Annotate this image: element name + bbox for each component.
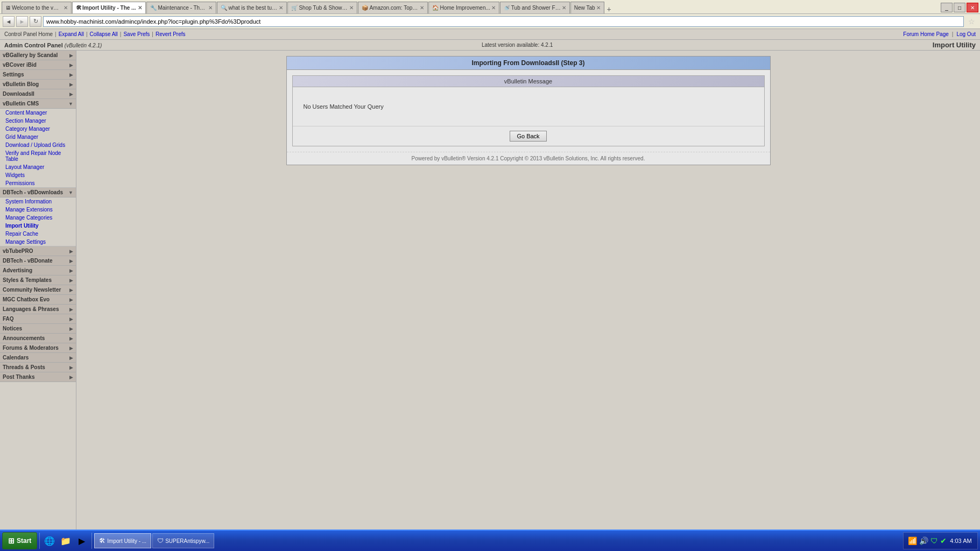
tab-home-close[interactable]: ✕ [491, 5, 496, 11]
browser-window: 🖥 Welcome to the vBu... ✕ 🛠 Import Utili… [0, 0, 980, 551]
sidebar-header-forums[interactable]: Forums & Moderators ▶ [0, 343, 76, 353]
expand-all-link[interactable]: Expand All [59, 31, 84, 37]
expand-icon-faq: ▶ [69, 316, 73, 322]
address-bar[interactable] [43, 16, 964, 27]
nav-refresh-button[interactable]: ↻ [30, 16, 41, 27]
sidebar-item-category-manager[interactable]: Category Manager [0, 125, 76, 133]
tab-welcome[interactable]: 🖥 Welcome to the vBu... ✕ [2, 2, 72, 13]
sidebar-header-announcements[interactable]: Announcements ▶ [0, 334, 76, 343]
sidebar-item-repair-cache[interactable]: Repair Cache [0, 230, 76, 238]
taskbar-folder-icon[interactable]: 📁 [58, 533, 73, 548]
content-area: Importing From DownloadsII (Step 3) vBul… [76, 51, 980, 551]
sidebar-header-notices[interactable]: Notices ▶ [0, 324, 76, 334]
sidebar-item-verify-repair[interactable]: Verify and Repair Node Table [0, 149, 76, 163]
tab-import-utility[interactable]: 🛠 Import Utility - The ... ✕ [72, 2, 146, 13]
sidebar-header-faq[interactable]: FAQ ▶ [0, 314, 76, 324]
taskbar-btn-antispyware[interactable]: 🛡 SUPERAntispyw... [152, 533, 214, 548]
start-icon: ⊞ [8, 536, 15, 545]
tab-amazon-close[interactable]: ✕ [420, 5, 424, 11]
tab-home-title: Home Improvemen... [440, 5, 490, 11]
sidebar-item-system-info[interactable]: System Information [0, 197, 76, 206]
taskbar-media-icon[interactable]: ▶ [74, 533, 89, 548]
tab-maintenance[interactable]: 🔧 Maintenance - The H... ✕ [146, 2, 216, 13]
sidebar-header-vbtubeprp[interactable]: vbTubePRO ▶ [0, 246, 76, 256]
nav-back-button[interactable]: ◄ [3, 16, 15, 27]
sidebar-header-mgc[interactable]: MGC Chatbox Evo ▶ [0, 295, 76, 305]
expand-icon-post-thanks: ▶ [69, 375, 73, 380]
sidebar-item-manage-categories[interactable]: Manage Categories [0, 214, 76, 222]
tab-import-close[interactable]: ✕ [138, 5, 142, 11]
sidebar-item-layout-manager[interactable]: Layout Manager [0, 163, 76, 171]
tab-what-close[interactable]: ✕ [279, 5, 283, 11]
sidebar-item-permissions[interactable]: Permissions [0, 179, 76, 188]
tab-new-close[interactable]: ✕ [596, 5, 601, 11]
tab-home-improvement[interactable]: 🏠 Home Improvemen... ✕ [428, 2, 499, 13]
sidebar-header-settings[interactable]: Settings ▶ [0, 70, 76, 80]
save-prefs-link[interactable]: Save Prefs [123, 31, 150, 37]
sidebar-section-announcements: Announcements ▶ [0, 334, 76, 343]
expand-icon-blog: ▶ [69, 82, 73, 87]
expand-icon-notices: ▶ [69, 326, 73, 331]
sidebar-header-cms[interactable]: vBulletin CMS ▼ [0, 99, 76, 109]
tab-maintenance-title: Maintenance - The H... [158, 5, 207, 11]
sidebar-item-widgets[interactable]: Widgets [0, 171, 76, 179]
log-out-link[interactable]: Log Out [956, 31, 976, 37]
tab-new-title: New Tab [574, 5, 595, 11]
sidebar-header-post-thanks[interactable]: Post Thanks ▶ [0, 372, 76, 382]
tab-import-title: Import Utility - The ... [82, 5, 136, 11]
main-layout: vBGallery by Scandal ▶ vBCover iBid ▶ Se… [0, 51, 980, 551]
tab-amazon[interactable]: 📦 Amazon.com: Top R... ✕ [358, 2, 428, 13]
tab-home-favicon: 🏠 [432, 5, 439, 11]
expand-icon-threads: ▶ [69, 365, 73, 370]
tab-shop-close[interactable]: ✕ [349, 5, 354, 11]
revert-prefs-link[interactable]: Revert Prefs [156, 31, 186, 37]
taskbar-btn-antispyware-label: SUPERAntispyw... [165, 538, 209, 544]
sidebar-item-download-upload[interactable]: Download / Upload Grids [0, 141, 76, 149]
tab-maintenance-close[interactable]: ✕ [208, 5, 213, 11]
star-icon[interactable]: ☆ [965, 16, 977, 27]
minimize-button[interactable]: _ [941, 3, 953, 12]
taskbar-btn-import[interactable]: 🛠 Import Utility - ... [94, 533, 151, 548]
sidebar-header-languages[interactable]: Languages & Phrases ▶ [0, 305, 76, 314]
sidebar-header-advertising[interactable]: Advertising ▶ [0, 266, 76, 276]
sidebar-item-manage-extensions[interactable]: Manage Extensions [0, 206, 76, 214]
sidebar-header-downloads2[interactable]: DownloadsII ▶ [0, 89, 76, 99]
forum-home-link[interactable]: Forum Home Page [903, 31, 948, 37]
sidebar-header-vbgallery[interactable]: vBGallery by Scandal ▶ [0, 51, 76, 60]
tab-import-favicon: 🛠 [76, 5, 81, 11]
sidebar-header-vbdonate[interactable]: DBTech - vBDonate ▶ [0, 256, 76, 266]
sidebar-item-import-utility[interactable]: Import Utility [0, 222, 76, 230]
message-header: vBulletin Message [293, 76, 764, 87]
sidebar-header-styles[interactable]: Styles & Templates ▶ [0, 276, 76, 285]
sidebar-item-section-manager[interactable]: Section Manager [0, 117, 76, 125]
tab-new[interactable]: New Tab ✕ [570, 2, 604, 13]
sidebar-header-newsletter[interactable]: Community Newsletter ▶ [0, 285, 76, 295]
sidebar-section-forums: Forums & Moderators ▶ [0, 343, 76, 353]
tab-shop-favicon: 🛒 [291, 5, 298, 11]
tab-tub-favicon: 🚿 [504, 5, 510, 11]
start-button[interactable]: ⊞ Start [2, 532, 37, 549]
tab-add-button[interactable]: + [605, 5, 614, 13]
sidebar-header-calendars[interactable]: Calendars ▶ [0, 353, 76, 363]
sidebar-header-threads[interactable]: Threads & Posts ▶ [0, 363, 76, 372]
sidebar-item-manage-settings[interactable]: Manage Settings [0, 238, 76, 246]
close-button[interactable]: ✕ [967, 3, 978, 12]
tab-welcome-close[interactable]: ✕ [64, 5, 68, 11]
tab-what-title: what is the best tub... [228, 5, 278, 11]
nav-forward-button[interactable]: ► [16, 16, 28, 27]
tab-what-is[interactable]: 🔍 what is the best tub... ✕ [217, 2, 287, 13]
tab-tub-close[interactable]: ✕ [562, 5, 566, 11]
sidebar-header-vbcover[interactable]: vBCover iBid ▶ [0, 60, 76, 70]
go-back-button[interactable]: Go Back [510, 131, 546, 142]
tab-tub-shower[interactable]: 🚿 Tub and Shower Fau... ✕ [500, 2, 570, 13]
tab-shop-title: Shop Tub & Shower... [299, 5, 348, 11]
admin-subheader: Admin Control Panel (vBulletin 4.2.1) La… [0, 40, 980, 51]
taskbar-ie-icon[interactable]: 🌐 [42, 533, 57, 548]
sidebar-item-grid-manager[interactable]: Grid Manager [0, 133, 76, 141]
sidebar-header-blog[interactable]: vBulletin Blog ▶ [0, 80, 76, 89]
collapse-all-link[interactable]: Collapse All [90, 31, 118, 37]
sidebar-item-content-manager[interactable]: Content Manager [0, 109, 76, 117]
maximize-button[interactable]: □ [954, 3, 965, 12]
sidebar-header-dbtech[interactable]: DBTech - vBDownloads ▼ [0, 188, 76, 197]
tab-shop-tub[interactable]: 🛒 Shop Tub & Shower... ✕ [287, 2, 357, 13]
